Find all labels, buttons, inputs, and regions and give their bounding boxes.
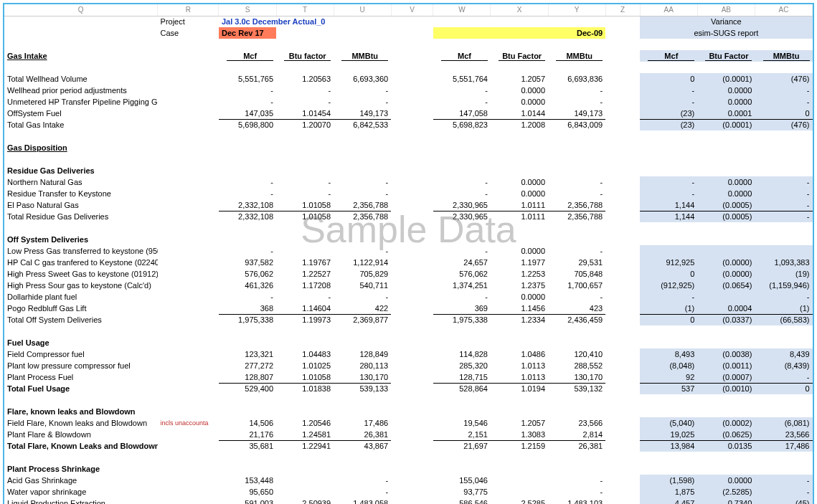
col-u[interactable]: U xyxy=(334,4,391,16)
project-value: Jal 3.0c December Actual_0 xyxy=(219,16,391,27)
table-row[interactable] xyxy=(4,130,813,142)
col-r[interactable]: R xyxy=(158,4,219,16)
table-row[interactable]: Total Gas Intake5,698,8001.200706,842,53… xyxy=(4,119,813,130)
table-row[interactable]: Fuel Usage xyxy=(4,337,813,348)
col-aa[interactable]: AA xyxy=(640,4,697,16)
gas-disposition-header: Gas Disposition xyxy=(4,142,813,153)
spreadsheet-grid[interactable]: Q R S T U V W X Y Z AA AB AC ProjectJal … xyxy=(3,3,814,504)
table-row[interactable] xyxy=(4,222,813,234)
col-q[interactable]: Q xyxy=(4,4,158,16)
column-headers: Q R S T U V W X Y Z AA AB AC xyxy=(4,4,813,16)
row-label: Wellhead prior period adjustments xyxy=(4,85,158,96)
table-row[interactable]: Flare, known leaks and Blowdown xyxy=(4,406,813,417)
table-row[interactable]: Total Residue Gas Deliveries2,332,1081.0… xyxy=(4,211,813,222)
table-row[interactable] xyxy=(4,153,813,165)
row-label: Field Flare, Known leaks and Blowdown xyxy=(4,417,158,429)
col-s[interactable]: S xyxy=(219,4,276,16)
row-label: Liquid Production Extraction xyxy=(4,498,158,504)
row-label: Low Press Gas transferred to keystone (9… xyxy=(4,245,158,257)
col-y[interactable]: Y xyxy=(548,4,605,16)
row-label: Total Gas Intake xyxy=(4,119,158,130)
table-row[interactable] xyxy=(4,394,813,406)
fuel-header: Fuel Usage xyxy=(4,337,813,348)
project-label: Project xyxy=(158,16,219,27)
row-label: El Paso Natural Gas xyxy=(4,199,158,211)
col-t[interactable]: T xyxy=(276,4,334,16)
table-row[interactable]: Northern Natural Gas----0.0000--0.0000- xyxy=(4,176,813,188)
row-label: Total Flare, Known Leaks and Blowdown xyxy=(4,440,158,452)
row-label: OffSystem Fuel xyxy=(4,108,158,119)
table-row[interactable]: Liquid Production Extraction591,0032.509… xyxy=(4,498,813,504)
row-label: Field Compressor fuel xyxy=(4,348,158,360)
table-row[interactable]: Plant Process Shrinkage xyxy=(4,463,813,475)
row-label: Plant Flare & Blowdown xyxy=(4,429,158,440)
offsystem-header: Off System Deliveries xyxy=(4,234,813,245)
case-value: Dec Rev 17 xyxy=(219,27,276,39)
row-label: Total Residue Gas Deliveries xyxy=(4,211,158,222)
table-row[interactable]: High Press Sour gas to keystone (Calc'd)… xyxy=(4,280,813,291)
row-label: Pogo Redbluff Gas Lift xyxy=(4,303,158,314)
table-row[interactable]: Total Off System Deliveries1,975,3381.19… xyxy=(4,314,813,325)
row-label: Plant Process Fuel xyxy=(4,371,158,383)
table-row[interactable]: Pogo Redbluff Gas Lift3681.146044223691.… xyxy=(4,303,813,314)
table-row[interactable] xyxy=(4,39,813,50)
table-row[interactable]: Unmetered HP Transfer Pipeline Pigging G… xyxy=(4,96,813,108)
row-label: Northern Natural Gas xyxy=(4,176,158,188)
col-z[interactable]: Z xyxy=(605,4,640,16)
row-label: Total Wellhead Volume xyxy=(4,73,158,85)
table-row[interactable]: Plant Process Fuel128,8071.01058130,1701… xyxy=(4,371,813,383)
table-row[interactable]: Plant low pressure compressor fuel277,27… xyxy=(4,360,813,371)
flare-header: Flare, known leaks and Blowdown xyxy=(4,406,813,417)
table-row[interactable]: High Press Sweet Gas to keystone (01912)… xyxy=(4,268,813,280)
flare-note: incls unaccounta xyxy=(158,417,219,429)
table-row[interactable]: Gas Disposition xyxy=(4,142,813,153)
table-row[interactable]: OffSystem Fuel147,0351.01454149,173147,0… xyxy=(4,108,813,119)
table-row[interactable]: ProjectJal 3.0c December Actual_0Varianc… xyxy=(4,16,813,27)
table-row[interactable]: Residue Transfer to Keystone----0.0000--… xyxy=(4,188,813,199)
shrinkage-header: Plant Process Shrinkage xyxy=(4,463,813,475)
table-row[interactable]: Dollarhide plant fuel----0.0000--- xyxy=(4,291,813,303)
col-ab[interactable]: AB xyxy=(697,4,755,16)
table-row[interactable]: Low Press Gas transferred to keystone (9… xyxy=(4,245,813,257)
case-label: Case xyxy=(158,27,219,39)
table-row[interactable]: CaseDec Rev 17Dec-09esim-SUGS report xyxy=(4,27,813,39)
gas-intake-header: Gas Intake xyxy=(4,50,158,62)
row-label: Dollarhide plant fuel xyxy=(4,291,158,303)
row-label: Acid Gas Shrinkage xyxy=(4,475,158,486)
table-row[interactable]: HP Cal C gas tranfered to Keystone (0224… xyxy=(4,257,813,268)
table-row[interactable]: Water vapor shrinkage95,650-93,775-1,875… xyxy=(4,486,813,498)
table-row[interactable]: Field Flare, Known leaks and Blowdowninc… xyxy=(4,417,813,429)
table-row[interactable]: El Paso Natural Gas2,332,1081.010582,356… xyxy=(4,199,813,211)
table-row[interactable]: Gas IntakeMcfBtu factorMMBtuMcfBtu Facto… xyxy=(4,50,813,62)
table-row[interactable]: Total Wellhead Volume5,551,7651.205636,6… xyxy=(4,73,813,85)
period-value: Dec-09 xyxy=(548,27,605,39)
row-label: Plant low pressure compressor fuel xyxy=(4,360,158,371)
table-row[interactable]: Plant Flare & Blowdown21,1761.2458126,38… xyxy=(4,429,813,440)
row-label: Water vapor shrinkage xyxy=(4,486,158,498)
row-label: Total Off System Deliveries xyxy=(4,314,158,325)
esim-label: esim-SUGS report xyxy=(640,27,812,39)
col-v[interactable]: V xyxy=(391,4,433,16)
table-row[interactable]: Total Fuel Usage529,4001.01838539,133528… xyxy=(4,383,813,394)
col-w[interactable]: W xyxy=(433,4,491,16)
variance-header: Variance xyxy=(640,16,812,27)
row-label: High Press Sweet Gas to keystone (01912) xyxy=(4,268,158,280)
table-row[interactable] xyxy=(4,62,813,73)
table-row[interactable]: Off System Deliveries xyxy=(4,234,813,245)
table-row[interactable]: Field Compressor fuel123,3211.04483128,8… xyxy=(4,348,813,360)
residue-header: Residue Gas Deliveries xyxy=(4,165,813,176)
table-row[interactable]: Acid Gas Shrinkage153,448-155,046-(1,598… xyxy=(4,475,813,486)
col-x[interactable]: X xyxy=(491,4,548,16)
table-row[interactable]: Total Flare, Known Leaks and Blowdown35,… xyxy=(4,440,813,452)
table-row[interactable]: Residue Gas Deliveries xyxy=(4,165,813,176)
col-ac[interactable]: AC xyxy=(755,4,812,16)
row-label: Unmetered HP Transfer Pipeline Pigging G… xyxy=(4,96,158,108)
row-label: HP Cal C gas tranfered to Keystone (0224… xyxy=(4,257,158,268)
table-row[interactable]: Wellhead prior period adjustments----0.0… xyxy=(4,85,813,96)
table-row[interactable] xyxy=(4,325,813,337)
row-label: Residue Transfer to Keystone xyxy=(4,188,158,199)
row-label: Total Fuel Usage xyxy=(4,383,158,394)
table-row[interactable] xyxy=(4,452,813,463)
row-label: High Press Sour gas to keystone (Calc'd) xyxy=(4,280,158,291)
